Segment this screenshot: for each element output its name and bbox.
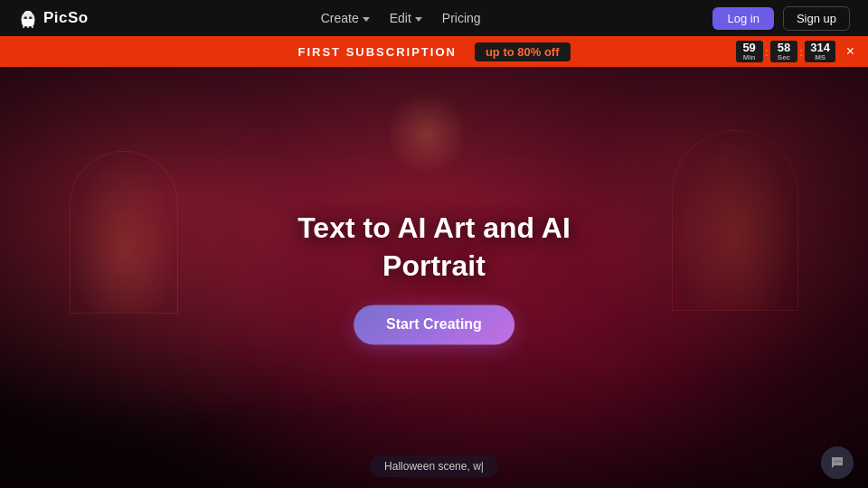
edit-chevron-icon (415, 17, 422, 22)
promo-timer: 59 Min : 58 Sec : 314 MS (736, 41, 835, 62)
svg-point-4 (836, 461, 838, 463)
chat-button[interactable] (821, 446, 854, 479)
signup-button[interactable]: Sign up (783, 6, 850, 31)
promo-badge: up to 80% off (475, 42, 571, 61)
chat-bubble-icon (829, 455, 845, 471)
brand-name: PicSo (43, 9, 89, 27)
nav-pricing[interactable]: Pricing (442, 11, 481, 25)
timer-minutes: 59 Min (736, 41, 763, 62)
start-creating-button[interactable]: Start Creating (354, 305, 514, 345)
nav-edit[interactable]: Edit (390, 11, 422, 25)
nav-create[interactable]: Create (321, 11, 370, 25)
timer-sep-2: : (799, 45, 803, 59)
create-chevron-icon (363, 17, 370, 22)
promo-close-button[interactable]: × (842, 43, 859, 60)
timer-sep-1: : (765, 45, 769, 59)
timer-ms: 314 MS (805, 41, 835, 62)
nav-center: Create Edit Pricing (321, 11, 481, 25)
login-button[interactable]: Log in (712, 7, 773, 30)
svg-point-5 (839, 461, 841, 463)
hero-content: Text to AI Art and AI Portrait Start Cre… (297, 210, 571, 344)
timer-seconds: 58 Sec (770, 41, 797, 62)
hero-title: Text to AI Art and AI Portrait (297, 210, 571, 285)
logo[interactable]: PicSo (18, 8, 89, 28)
promo-text: FIRST SUBSCRIPTION (297, 45, 456, 59)
caption-bar: Halloween scene, w| (370, 455, 498, 477)
picso-logo-icon (18, 8, 38, 28)
svg-point-3 (834, 461, 835, 463)
hero-section: Text to AI Art and AI Portrait Start Cre… (0, 67, 868, 488)
nav-right: Log in Sign up (712, 6, 850, 31)
promo-banner: FIRST SUBSCRIPTION up to 80% off 59 Min … (0, 36, 868, 67)
navbar: PicSo Create Edit Pricing Log in Sign up (0, 0, 868, 36)
